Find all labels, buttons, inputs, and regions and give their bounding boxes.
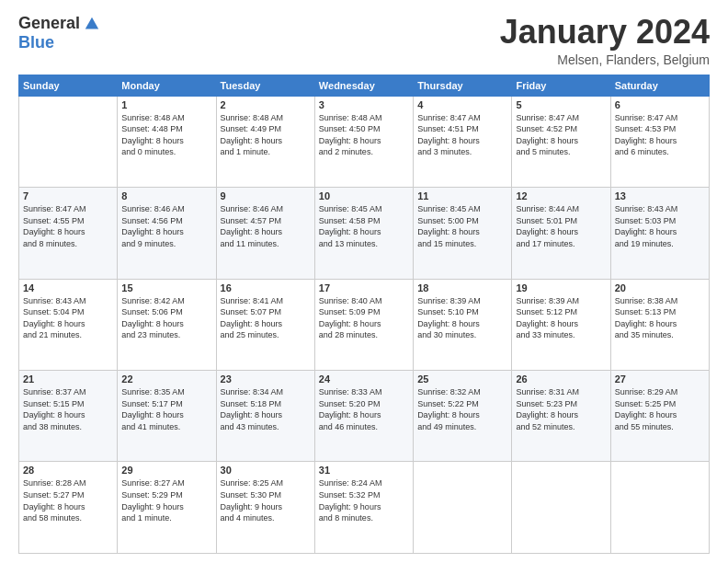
- calendar-cell: 28Sunrise: 8:28 AM Sunset: 5:27 PM Dayli…: [19, 462, 118, 554]
- day-info: Sunrise: 8:24 AM Sunset: 5:32 PM Dayligh…: [319, 477, 409, 523]
- day-number: 22: [121, 373, 211, 385]
- day-info: Sunrise: 8:39 AM Sunset: 5:12 PM Dayligh…: [516, 295, 606, 341]
- day-number: 3: [319, 99, 409, 110]
- day-number: 15: [121, 282, 211, 293]
- day-number: 19: [516, 282, 606, 293]
- day-info: Sunrise: 8:47 AM Sunset: 4:53 PM Dayligh…: [615, 112, 705, 158]
- calendar-cell: 26Sunrise: 8:31 AM Sunset: 5:23 PM Dayli…: [512, 371, 610, 462]
- calendar-cell: 18Sunrise: 8:39 AM Sunset: 5:10 PM Dayli…: [414, 279, 512, 370]
- calendar-cell: 8Sunrise: 8:46 AM Sunset: 4:56 PM Daylig…: [118, 188, 216, 279]
- calendar-table: SundayMondayTuesdayWednesdayThursdayFrid…: [18, 75, 710, 554]
- calendar-week-4: 21Sunrise: 8:37 AM Sunset: 5:15 PM Dayli…: [19, 371, 710, 462]
- day-number: 23: [221, 373, 311, 385]
- calendar-cell: 9Sunrise: 8:46 AM Sunset: 4:57 PM Daylig…: [216, 188, 314, 279]
- calendar-cell: 19Sunrise: 8:39 AM Sunset: 5:12 PM Dayli…: [512, 279, 610, 370]
- calendar-week-1: 1Sunrise: 8:48 AM Sunset: 4:48 PM Daylig…: [19, 96, 710, 187]
- day-info: Sunrise: 8:32 AM Sunset: 5:22 PM Dayligh…: [417, 386, 507, 432]
- calendar-week-2: 7Sunrise: 8:47 AM Sunset: 4:55 PM Daylig…: [19, 188, 710, 279]
- calendar-header-row: SundayMondayTuesdayWednesdayThursdayFrid…: [19, 75, 710, 96]
- day-number: 18: [417, 282, 507, 293]
- day-number: 9: [221, 190, 311, 201]
- calendar-cell: 25Sunrise: 8:32 AM Sunset: 5:22 PM Dayli…: [414, 371, 512, 462]
- day-header-monday: Monday: [118, 75, 216, 96]
- subtitle: Melsen, Flanders, Belgium: [500, 52, 710, 67]
- day-info: Sunrise: 8:47 AM Sunset: 4:55 PM Dayligh…: [23, 203, 113, 249]
- calendar-cell: 4Sunrise: 8:47 AM Sunset: 4:51 PM Daylig…: [414, 96, 512, 187]
- day-info: Sunrise: 8:40 AM Sunset: 5:09 PM Dayligh…: [319, 295, 409, 341]
- logo-general: General: [18, 14, 80, 33]
- day-number: 13: [615, 190, 705, 201]
- day-number: 20: [615, 282, 705, 293]
- calendar-cell: 13Sunrise: 8:43 AM Sunset: 5:03 PM Dayli…: [610, 188, 709, 279]
- page: General Blue January 2024 Melsen, Flande…: [0, 0, 728, 563]
- day-number: 28: [23, 465, 113, 476]
- logo-icon: [84, 16, 100, 32]
- day-info: Sunrise: 8:34 AM Sunset: 5:18 PM Dayligh…: [221, 386, 311, 432]
- calendar-cell: [512, 462, 610, 554]
- svg-marker-0: [85, 17, 98, 29]
- calendar-cell: 6Sunrise: 8:47 AM Sunset: 4:53 PM Daylig…: [610, 96, 709, 187]
- calendar-week-3: 14Sunrise: 8:43 AM Sunset: 5:04 PM Dayli…: [19, 279, 710, 370]
- day-info: Sunrise: 8:46 AM Sunset: 4:57 PM Dayligh…: [221, 203, 311, 249]
- day-number: 7: [23, 190, 113, 201]
- day-number: 14: [23, 282, 113, 293]
- day-info: Sunrise: 8:43 AM Sunset: 5:04 PM Dayligh…: [23, 295, 113, 341]
- calendar-cell: 21Sunrise: 8:37 AM Sunset: 5:15 PM Dayli…: [19, 371, 118, 462]
- day-number: 8: [121, 190, 211, 201]
- day-number: 30: [221, 465, 311, 476]
- calendar-cell: 27Sunrise: 8:29 AM Sunset: 5:25 PM Dayli…: [610, 371, 709, 462]
- day-number: 26: [516, 373, 606, 385]
- day-info: Sunrise: 8:45 AM Sunset: 5:00 PM Dayligh…: [417, 203, 507, 249]
- calendar-cell: 20Sunrise: 8:38 AM Sunset: 5:13 PM Dayli…: [610, 279, 709, 370]
- day-info: Sunrise: 8:48 AM Sunset: 4:49 PM Dayligh…: [221, 112, 311, 158]
- day-info: Sunrise: 8:38 AM Sunset: 5:13 PM Dayligh…: [615, 295, 705, 341]
- logo-blue: Blue: [18, 33, 54, 52]
- calendar-cell: [19, 96, 118, 187]
- day-info: Sunrise: 8:48 AM Sunset: 4:48 PM Dayligh…: [121, 112, 211, 158]
- day-number: 16: [221, 282, 311, 293]
- day-info: Sunrise: 8:37 AM Sunset: 5:15 PM Dayligh…: [23, 386, 113, 432]
- day-number: 2: [221, 99, 311, 110]
- calendar-cell: [414, 462, 512, 554]
- day-info: Sunrise: 8:31 AM Sunset: 5:23 PM Dayligh…: [516, 386, 606, 432]
- day-info: Sunrise: 8:46 AM Sunset: 4:56 PM Dayligh…: [121, 203, 211, 249]
- day-info: Sunrise: 8:45 AM Sunset: 4:58 PM Dayligh…: [319, 203, 409, 249]
- calendar-cell: 11Sunrise: 8:45 AM Sunset: 5:00 PM Dayli…: [414, 188, 512, 279]
- calendar-cell: 30Sunrise: 8:25 AM Sunset: 5:30 PM Dayli…: [216, 462, 314, 554]
- day-number: 11: [417, 190, 507, 201]
- calendar-cell: 17Sunrise: 8:40 AM Sunset: 5:09 PM Dayli…: [314, 279, 413, 370]
- logo: General Blue: [18, 14, 100, 52]
- day-header-sunday: Sunday: [19, 75, 118, 96]
- calendar-cell: 14Sunrise: 8:43 AM Sunset: 5:04 PM Dayli…: [19, 279, 118, 370]
- day-info: Sunrise: 8:25 AM Sunset: 5:30 PM Dayligh…: [221, 477, 311, 523]
- calendar-cell: 15Sunrise: 8:42 AM Sunset: 5:06 PM Dayli…: [118, 279, 216, 370]
- day-info: Sunrise: 8:47 AM Sunset: 4:51 PM Dayligh…: [417, 112, 507, 158]
- calendar-cell: 23Sunrise: 8:34 AM Sunset: 5:18 PM Dayli…: [216, 371, 314, 462]
- day-number: 5: [516, 99, 606, 110]
- day-info: Sunrise: 8:47 AM Sunset: 4:52 PM Dayligh…: [516, 112, 606, 158]
- calendar-cell: 24Sunrise: 8:33 AM Sunset: 5:20 PM Dayli…: [314, 371, 413, 462]
- day-info: Sunrise: 8:48 AM Sunset: 4:50 PM Dayligh…: [319, 112, 409, 158]
- calendar-cell: 16Sunrise: 8:41 AM Sunset: 5:07 PM Dayli…: [216, 279, 314, 370]
- day-number: 21: [23, 373, 113, 385]
- day-number: 31: [319, 465, 409, 476]
- day-header-wednesday: Wednesday: [314, 75, 413, 96]
- calendar-cell: 10Sunrise: 8:45 AM Sunset: 4:58 PM Dayli…: [314, 188, 413, 279]
- calendar-cell: 12Sunrise: 8:44 AM Sunset: 5:01 PM Dayli…: [512, 188, 610, 279]
- day-info: Sunrise: 8:29 AM Sunset: 5:25 PM Dayligh…: [615, 386, 705, 432]
- day-info: Sunrise: 8:27 AM Sunset: 5:29 PM Dayligh…: [121, 477, 211, 523]
- day-info: Sunrise: 8:39 AM Sunset: 5:10 PM Dayligh…: [417, 295, 507, 341]
- calendar-cell: 2Sunrise: 8:48 AM Sunset: 4:49 PM Daylig…: [216, 96, 314, 187]
- day-info: Sunrise: 8:41 AM Sunset: 5:07 PM Dayligh…: [221, 295, 311, 341]
- day-info: Sunrise: 8:42 AM Sunset: 5:06 PM Dayligh…: [121, 295, 211, 341]
- day-header-tuesday: Tuesday: [216, 75, 314, 96]
- calendar-cell: [610, 462, 709, 554]
- day-info: Sunrise: 8:43 AM Sunset: 5:03 PM Dayligh…: [615, 203, 705, 249]
- day-number: 24: [319, 373, 409, 385]
- day-header-friday: Friday: [512, 75, 610, 96]
- day-info: Sunrise: 8:44 AM Sunset: 5:01 PM Dayligh…: [516, 203, 606, 249]
- day-header-saturday: Saturday: [610, 75, 709, 96]
- calendar-cell: 1Sunrise: 8:48 AM Sunset: 4:48 PM Daylig…: [118, 96, 216, 187]
- day-number: 6: [615, 99, 705, 110]
- calendar-cell: 22Sunrise: 8:35 AM Sunset: 5:17 PM Dayli…: [118, 371, 216, 462]
